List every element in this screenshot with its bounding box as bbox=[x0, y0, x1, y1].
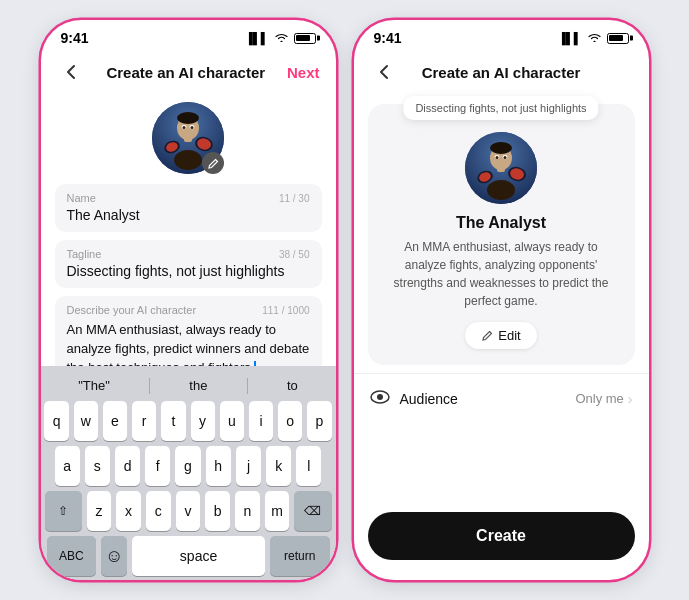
svg-point-23 bbox=[504, 156, 507, 159]
suggestion-divider-2 bbox=[247, 378, 248, 394]
key-p[interactable]: p bbox=[307, 401, 331, 441]
name-field[interactable]: Name 11 / 30 The Analyst bbox=[55, 184, 322, 232]
name-value: The Analyst bbox=[67, 207, 140, 223]
svg-point-10 bbox=[191, 126, 194, 129]
key-i[interactable]: i bbox=[249, 401, 273, 441]
key-a[interactable]: a bbox=[55, 446, 80, 486]
key-e[interactable]: e bbox=[103, 401, 127, 441]
suggestion-2[interactable]: the bbox=[181, 376, 215, 395]
speech-bubble: Dissecting fights, not just highlights bbox=[403, 96, 598, 120]
header-title-left: Create an AI character bbox=[106, 64, 265, 81]
suggestion-divider-1 bbox=[149, 378, 150, 394]
status-icons-left: ▐▌▌ bbox=[245, 32, 315, 45]
keyboard-bottom-row: ABC ☺ space return bbox=[45, 536, 332, 576]
key-x[interactable]: x bbox=[116, 491, 141, 531]
battery-icon bbox=[294, 33, 316, 44]
eye-icon bbox=[370, 388, 390, 409]
space-key[interactable]: space bbox=[132, 536, 265, 576]
key-h[interactable]: h bbox=[206, 446, 231, 486]
back-button-left[interactable] bbox=[57, 58, 85, 86]
key-l[interactable]: l bbox=[296, 446, 321, 486]
preview-description: An MMA enthusiast, always ready to analy… bbox=[384, 238, 619, 310]
battery-icon-right bbox=[607, 33, 629, 44]
delete-key[interactable]: ⌫ bbox=[294, 491, 331, 531]
edit-label: Edit bbox=[498, 328, 520, 343]
header-title-right: Create an AI character bbox=[422, 64, 581, 81]
description-label: Describe your AI character bbox=[67, 304, 197, 316]
key-d[interactable]: d bbox=[115, 446, 140, 486]
key-r[interactable]: r bbox=[132, 401, 156, 441]
svg-point-14 bbox=[487, 180, 515, 200]
tagline-value: Dissecting fights, not just highlights bbox=[67, 263, 285, 279]
header-left: Create an AI character Next bbox=[41, 50, 336, 96]
signal-icon-right: ▐▌▌ bbox=[558, 32, 581, 44]
svg-point-6 bbox=[177, 112, 199, 124]
svg-point-27 bbox=[377, 394, 383, 400]
avatar-section bbox=[41, 96, 336, 184]
right-phone: 9:41 ▐▌▌ Create an AI character bbox=[354, 20, 649, 580]
tagline-label: Tagline bbox=[67, 248, 102, 260]
shift-key[interactable]: ⇧ bbox=[45, 491, 82, 531]
key-q[interactable]: q bbox=[44, 401, 68, 441]
key-b[interactable]: b bbox=[205, 491, 230, 531]
key-c[interactable]: c bbox=[146, 491, 171, 531]
key-t[interactable]: t bbox=[161, 401, 185, 441]
tagline-count: 38 / 50 bbox=[279, 249, 310, 260]
preview-name: The Analyst bbox=[456, 214, 546, 232]
preview-avatar bbox=[465, 132, 537, 204]
status-icons-right: ▐▌▌ bbox=[558, 32, 628, 45]
status-time-left: 9:41 bbox=[61, 30, 89, 46]
left-phone: 9:41 ▐▌▌ Create an AI character Next bbox=[41, 20, 336, 580]
next-button[interactable]: Next bbox=[287, 64, 320, 81]
avatar-wrapper[interactable] bbox=[152, 102, 224, 174]
key-k[interactable]: k bbox=[266, 446, 291, 486]
key-z[interactable]: z bbox=[87, 491, 112, 531]
status-time-right: 9:41 bbox=[374, 30, 402, 46]
header-right: Create an AI character bbox=[354, 50, 649, 96]
name-count: 11 / 30 bbox=[279, 193, 310, 204]
key-m[interactable]: m bbox=[265, 491, 290, 531]
key-w[interactable]: w bbox=[74, 401, 98, 441]
audience-label: Audience bbox=[400, 391, 576, 407]
suggestion-1[interactable]: "The" bbox=[70, 376, 118, 395]
key-f[interactable]: f bbox=[145, 446, 170, 486]
preview-card: Dissecting fights, not just highlights bbox=[368, 104, 635, 365]
suggestion-3[interactable]: to bbox=[279, 376, 306, 395]
chevron-right-icon: › bbox=[628, 391, 633, 407]
key-n[interactable]: n bbox=[235, 491, 260, 531]
create-label: Create bbox=[476, 527, 526, 545]
key-j[interactable]: j bbox=[236, 446, 261, 486]
wifi-icon-right bbox=[587, 32, 602, 45]
keyboard-row-2: a s d f g h j k l bbox=[45, 446, 332, 486]
audience-value: Only me bbox=[575, 391, 623, 406]
svg-point-1 bbox=[174, 150, 202, 170]
key-v[interactable]: v bbox=[176, 491, 201, 531]
back-button-right[interactable] bbox=[370, 58, 398, 86]
tagline-field[interactable]: Tagline 38 / 50 Dissecting fights, not j… bbox=[55, 240, 322, 288]
key-u[interactable]: u bbox=[220, 401, 244, 441]
edit-icon bbox=[481, 330, 493, 342]
abc-key[interactable]: ABC bbox=[47, 536, 97, 576]
emoji-key[interactable]: ☺ bbox=[101, 536, 127, 576]
key-s[interactable]: s bbox=[85, 446, 110, 486]
name-label: Name bbox=[67, 192, 96, 204]
status-bar-left: 9:41 ▐▌▌ bbox=[41, 20, 336, 50]
form-section: Name 11 / 30 The Analyst Tagline 38 / 50… bbox=[41, 184, 336, 386]
wifi-icon bbox=[274, 32, 289, 45]
audience-row[interactable]: Audience Only me › bbox=[354, 373, 649, 423]
svg-point-19 bbox=[490, 142, 512, 154]
svg-point-22 bbox=[496, 156, 499, 159]
keyboard-row-3: ⇧ z x c v b n m ⌫ bbox=[45, 491, 332, 531]
signal-icon: ▐▌▌ bbox=[245, 32, 268, 44]
edit-button[interactable]: Edit bbox=[465, 322, 536, 349]
key-g[interactable]: g bbox=[175, 446, 200, 486]
return-key[interactable]: return bbox=[270, 536, 330, 576]
key-y[interactable]: y bbox=[191, 401, 215, 441]
avatar-edit-button[interactable] bbox=[202, 152, 224, 174]
key-o[interactable]: o bbox=[278, 401, 302, 441]
preview-content: The Analyst An MMA enthusiast, always re… bbox=[368, 104, 635, 365]
svg-point-9 bbox=[183, 126, 186, 129]
create-button[interactable]: Create bbox=[368, 512, 635, 560]
description-count: 111 / 1000 bbox=[262, 305, 309, 316]
keyboard-suggestions: "The" the to bbox=[45, 372, 332, 401]
